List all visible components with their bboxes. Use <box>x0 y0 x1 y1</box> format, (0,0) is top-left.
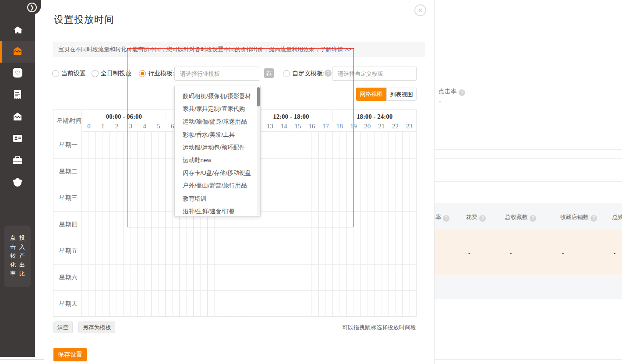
time-slot-cell[interactable] <box>137 159 144 184</box>
time-slot-cell[interactable] <box>151 132 158 158</box>
time-slot-cell[interactable] <box>339 159 346 184</box>
time-slot-cell[interactable] <box>360 265 368 290</box>
dropdown-item[interactable]: 运动鞋new <box>175 154 260 166</box>
time-slot-cell[interactable] <box>284 265 291 290</box>
help-icon[interactable]: ? <box>530 215 536 222</box>
time-slot-cell[interactable] <box>82 159 88 184</box>
time-slot-cell[interactable] <box>402 212 409 237</box>
time-slot-cell[interactable] <box>214 238 221 264</box>
time-slot-cell[interactable] <box>311 238 318 264</box>
sidebar-item-briefcase[interactable] <box>0 150 35 172</box>
time-slot-cell[interactable] <box>165 238 172 264</box>
time-slot-cell[interactable] <box>375 212 382 237</box>
time-slot-cell[interactable] <box>270 159 277 184</box>
time-slot-cell[interactable] <box>318 185 325 211</box>
time-slot-cell[interactable] <box>263 159 270 184</box>
time-slot-cell[interactable] <box>179 238 186 264</box>
time-slot-cell[interactable] <box>124 212 131 237</box>
time-slot-cell[interactable] <box>158 265 165 290</box>
time-slot-cell[interactable] <box>368 212 375 237</box>
time-slot-cell[interactable] <box>193 238 200 264</box>
time-slot-cell[interactable] <box>102 238 110 264</box>
time-slot-cell[interactable] <box>130 132 137 158</box>
time-slot-cell[interactable] <box>200 291 207 317</box>
time-slot-cell[interactable] <box>277 212 284 237</box>
time-slot-cell[interactable] <box>207 238 214 264</box>
time-slot-cell[interactable] <box>375 185 382 211</box>
time-slot-cell[interactable] <box>298 212 305 237</box>
time-slot-cell[interactable] <box>82 265 88 290</box>
time-slot-cell[interactable] <box>242 291 249 317</box>
time-slot-cell[interactable] <box>395 291 402 317</box>
time-slot-cell[interactable] <box>235 265 242 290</box>
time-slot-cell[interactable] <box>325 185 332 211</box>
dropdown-scrollbar-thumb[interactable] <box>257 87 260 106</box>
sidebar-item-store-bag[interactable] <box>0 106 35 128</box>
time-slot-cell[interactable] <box>375 238 382 264</box>
time-slot-cell[interactable] <box>332 238 339 264</box>
time-slot-cell[interactable] <box>228 265 235 290</box>
time-slot-cell[interactable] <box>193 291 200 317</box>
time-slot-cell[interactable] <box>130 185 137 211</box>
time-slot-cell[interactable] <box>144 185 151 211</box>
time-slot-cell[interactable] <box>117 159 124 184</box>
time-slot-cell[interactable] <box>353 185 360 211</box>
dropdown-scrollbar[interactable] <box>257 87 260 216</box>
time-slot-cell[interactable] <box>221 291 228 317</box>
time-slot-cell[interactable] <box>389 159 396 184</box>
time-slot-cell[interactable] <box>325 132 332 158</box>
time-slot-cell[interactable] <box>346 212 353 237</box>
time-slot-cell[interactable] <box>409 132 416 158</box>
time-slot-cell[interactable] <box>305 291 312 317</box>
time-slot-cell[interactable] <box>228 238 235 264</box>
time-slot-cell[interactable] <box>318 159 325 184</box>
time-slot-cell[interactable] <box>110 238 117 264</box>
time-slot-cell[interactable] <box>228 291 235 317</box>
time-slot-cell[interactable] <box>151 238 158 264</box>
time-slot-cell[interactable] <box>368 238 375 264</box>
time-slot-cell[interactable] <box>409 238 416 264</box>
time-slot-cell[interactable] <box>221 265 228 290</box>
time-slot-cell[interactable] <box>395 159 402 184</box>
time-slot-cell[interactable] <box>249 291 256 317</box>
time-slot-cell[interactable] <box>339 212 346 237</box>
time-slot-cell[interactable] <box>382 265 389 290</box>
time-slot-cell[interactable] <box>402 132 409 158</box>
close-icon[interactable]: ✕ <box>414 4 426 16</box>
time-slot-cell[interactable] <box>360 212 368 237</box>
time-slot-cell[interactable] <box>353 265 360 290</box>
time-slot-cell[interactable] <box>360 132 368 158</box>
time-slot-cell[interactable] <box>305 185 312 211</box>
time-slot-cell[interactable] <box>325 238 332 264</box>
time-slot-cell[interactable] <box>368 185 375 211</box>
time-slot-cell[interactable] <box>298 159 305 184</box>
time-slot-cell[interactable] <box>256 265 263 290</box>
time-slot-cell[interactable] <box>235 291 242 317</box>
time-slot-cell[interactable] <box>88 238 95 264</box>
time-slot-cell[interactable] <box>130 238 137 264</box>
radio-dot[interactable] <box>52 70 59 77</box>
time-slot-cell[interactable] <box>214 291 221 317</box>
time-slot-cell[interactable] <box>110 265 117 290</box>
time-slot-cell[interactable] <box>179 291 186 317</box>
time-slot-cell[interactable] <box>110 132 117 158</box>
time-slot-cell[interactable] <box>389 212 396 237</box>
time-slot-cell[interactable] <box>124 265 131 290</box>
time-slot-cell[interactable] <box>263 132 270 158</box>
time-slot-cell[interactable] <box>144 212 151 237</box>
time-slot-cell[interactable] <box>151 185 158 211</box>
time-slot-cell[interactable] <box>137 265 144 290</box>
time-slot-cell[interactable] <box>186 291 193 317</box>
time-slot-cell[interactable] <box>124 185 131 211</box>
time-slot-cell[interactable] <box>82 132 88 158</box>
time-slot-cell[interactable] <box>102 185 110 211</box>
time-slot-cell[interactable] <box>389 132 396 158</box>
time-slot-cell[interactable] <box>130 265 137 290</box>
time-slot-cell[interactable] <box>95 238 102 264</box>
time-slot-cell[interactable] <box>200 238 207 264</box>
radio-dot[interactable] <box>283 70 290 77</box>
time-slot-cell[interactable] <box>263 185 270 211</box>
time-slot-cell[interactable] <box>193 265 200 290</box>
time-slot-cell[interactable] <box>263 212 270 237</box>
time-slot-cell[interactable] <box>249 238 256 264</box>
